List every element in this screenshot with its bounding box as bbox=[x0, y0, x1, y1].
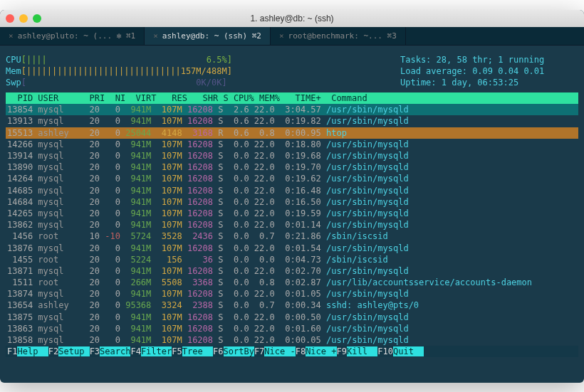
process-row[interactable]: 13914 mysql 20 0 941M 107M 16208 S 0.0 2… bbox=[6, 150, 578, 161]
loadavg-line: Load average: 0.09 0.04 0.01 bbox=[400, 65, 578, 77]
process-row[interactable]: 13875 mysql 20 0 941M 107M 16208 S 0.0 2… bbox=[6, 312, 578, 323]
summary-section: CPU[|||| 6.5%] Mem[|||||||||||||||||||||… bbox=[6, 48, 578, 93]
close-icon[interactable]: × bbox=[279, 31, 284, 41]
tab-label: root@benchmark: ~... ⌘3 bbox=[288, 31, 397, 41]
process-row[interactable]: 14266 mysql 20 0 941M 107M 16208 S 0.0 2… bbox=[6, 139, 578, 150]
cpu-meter: CPU[|||| 6.5%] bbox=[6, 54, 400, 65]
swap-meter: Swp[ 0K/0K] bbox=[6, 77, 400, 88]
titlebar: 1. ashley@db: ~ (ssh) bbox=[0, 10, 584, 27]
fkey-F3: F3 bbox=[90, 346, 100, 356]
fkey-F10: F10 bbox=[377, 346, 393, 356]
process-row[interactable]: 13871 mysql 20 0 941M 107M 16208 S 0.0 2… bbox=[6, 265, 578, 277]
process-row[interactable]: 13890 mysql 20 0 941M 107M 16208 S 0.0 2… bbox=[6, 161, 578, 173]
process-row[interactable]: 14685 mysql 20 0 941M 107M 16208 S 0.0 2… bbox=[6, 185, 578, 196]
tasks-line: Tasks: 28, 58 thr; 1 running bbox=[400, 54, 578, 65]
process-row[interactable]: 13874 mysql 20 0 941M 107M 16208 S 0.0 2… bbox=[6, 288, 578, 300]
uptime-line: Uptime: 1 day, 06:53:25 bbox=[400, 77, 578, 88]
fkey-F9: F9 bbox=[337, 346, 347, 356]
window-title: 1. ashley@db: ~ (ssh) bbox=[0, 14, 584, 23]
fkey-F4: F4 bbox=[130, 346, 140, 356]
terminal-window: 1. ashley@db: ~ (ssh) ×ashley@pluto: ~ (… bbox=[0, 10, 584, 383]
stats: Tasks: 28, 58 thr; 1 running Load averag… bbox=[400, 54, 578, 89]
fkey-action-F7[interactable]: Nice - bbox=[264, 346, 295, 356]
fkey-F8: F8 bbox=[296, 346, 306, 356]
fkey-action-F8[interactable]: Nice + bbox=[306, 346, 336, 356]
process-row[interactable]: 14265 mysql 20 0 941M 107M 16208 S 0.0 2… bbox=[6, 208, 578, 219]
tab-2[interactable]: ×root@benchmark: ~... ⌘3 bbox=[271, 27, 406, 45]
process-table: 13854 mysql 20 0 941M 107M 16208 S 2.6 2… bbox=[6, 104, 578, 346]
process-row[interactable]: 13863 mysql 20 0 941M 107M 16208 S 0.0 2… bbox=[6, 323, 578, 334]
fkey-action-F2[interactable]: Setup bbox=[58, 346, 89, 356]
fkey-F5: F5 bbox=[172, 346, 182, 356]
process-row[interactable]: 1456 root 10 -10 5724 3528 2436 S 0.0 0.… bbox=[6, 231, 578, 242]
fkey-action-F1[interactable]: Help bbox=[17, 346, 48, 356]
process-table-header[interactable]: PID USER PRI NI VIRT RES SHR S CPU% MEM%… bbox=[6, 92, 578, 104]
fkey-F1: F1 bbox=[7, 346, 17, 356]
fkey-action-F5[interactable]: Tree bbox=[182, 346, 213, 356]
process-row[interactable]: 15513 ashley 20 0 25044 4148 3168 R 0.6 … bbox=[6, 127, 578, 139]
process-row[interactable]: 13913 mysql 20 0 941M 107M 16208 S 0.6 2… bbox=[6, 115, 578, 127]
close-icon[interactable]: × bbox=[9, 31, 14, 41]
process-row[interactable]: 13876 mysql 20 0 941M 107M 16208 S 0.0 2… bbox=[6, 243, 578, 254]
process-row[interactable]: 14264 mysql 20 0 941M 107M 16208 S 0.0 2… bbox=[6, 173, 578, 184]
process-row[interactable]: 1455 root 20 0 5224 156 36 S 0.0 0.0 0:0… bbox=[6, 254, 578, 265]
tab-1[interactable]: ×ashley@db: ~ (ssh) ⌘2 bbox=[145, 27, 271, 45]
fkey-action-F3[interactable]: Search bbox=[100, 346, 130, 356]
fkey-action-F9[interactable]: Kill bbox=[347, 346, 377, 356]
tab-0[interactable]: ×ashley@pluto: ~ (... ✻ ⌘1 bbox=[0, 27, 145, 45]
process-row[interactable]: 1511 root 20 0 266M 5508 3368 S 0.0 0.8 … bbox=[6, 277, 578, 288]
fkey-F6: F6 bbox=[213, 346, 223, 356]
fkey-F7: F7 bbox=[254, 346, 264, 356]
process-row[interactable]: 13854 mysql 20 0 941M 107M 16208 S 2.6 2… bbox=[6, 104, 578, 115]
function-key-bar: F1Help F2Setup F3SearchF4FilterF5Tree F6… bbox=[6, 346, 578, 357]
terminal-content[interactable]: CPU[|||| 6.5%] Mem[|||||||||||||||||||||… bbox=[0, 46, 584, 361]
fkey-F2: F2 bbox=[48, 346, 58, 356]
tab-label: ashley@pluto: ~ (... ✻ ⌘1 bbox=[18, 31, 136, 41]
process-row[interactable]: 14684 mysql 20 0 941M 107M 16208 S 0.0 2… bbox=[6, 196, 578, 208]
fkey-action-F4[interactable]: Filter bbox=[141, 346, 172, 356]
mem-meter: Mem[||||||||||||||||||||||||||||||157M/4… bbox=[6, 65, 400, 77]
process-row[interactable]: 13654 ashley 20 0 95368 3324 2388 S 0.0 … bbox=[6, 300, 578, 311]
tab-label: ashley@db: ~ (ssh) ⌘2 bbox=[162, 31, 261, 41]
tab-bar: ×ashley@pluto: ~ (... ✻ ⌘1×ashley@db: ~ … bbox=[0, 27, 584, 46]
meters: CPU[|||| 6.5%] Mem[|||||||||||||||||||||… bbox=[6, 54, 400, 89]
process-row[interactable]: 13862 mysql 20 0 941M 107M 16208 S 0.0 2… bbox=[6, 219, 578, 231]
process-row[interactable]: 13858 mysql 20 0 941M 107M 16208 S 0.0 2… bbox=[6, 334, 578, 346]
fkey-action-F6[interactable]: SortBy bbox=[224, 346, 254, 356]
close-icon[interactable]: × bbox=[153, 31, 158, 41]
fkey-action-F10[interactable]: Quit bbox=[393, 346, 424, 356]
